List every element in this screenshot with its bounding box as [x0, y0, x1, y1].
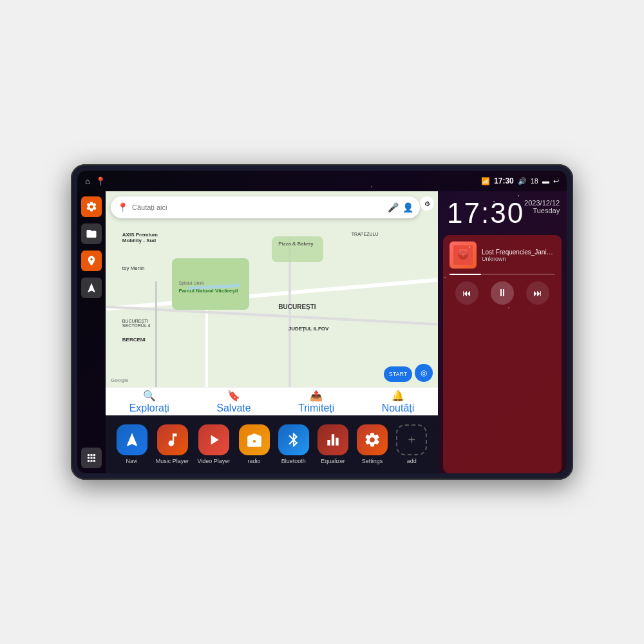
map-explore-button[interactable]: 🔍 Explorați: [129, 390, 169, 414]
music-pause-button[interactable]: ⏸: [491, 281, 514, 305]
map-container[interactable]: AXIS PremiumMobility - Sud Pizza & Baker…: [106, 191, 438, 415]
app-music-player[interactable]: Music Player: [156, 424, 189, 464]
map-navigate-button[interactable]: START: [384, 366, 412, 382]
map-label-berceni: BERCENI: [122, 337, 146, 343]
app-settings[interactable]: Settings: [357, 424, 388, 464]
map-label-axis: AXIS PremiumMobility - Sud: [122, 232, 158, 243]
app-radio[interactable]: radio: [239, 424, 270, 464]
bluetooth-icon: [278, 424, 309, 455]
screen: ⌂ 📍 📶 17:30 🔊 18 ▬ ↩: [77, 171, 567, 473]
music-progress-fill: [450, 274, 481, 275]
bluetooth-label: Bluetooth: [281, 458, 306, 464]
map-share-button[interactable]: 📤 Trimiteți: [298, 390, 334, 414]
map-label-parc: Parcul Natural Văcărești: [179, 288, 238, 294]
music-progress-bar[interactable]: [450, 274, 555, 275]
map-search-bar[interactable]: 📍 🎤 👤: [111, 196, 420, 218]
center-area: AXIS PremiumMobility - Sud Pizza & Baker…: [106, 191, 438, 473]
wifi-icon: 📶: [481, 177, 490, 185]
battery-icon: ▬: [542, 177, 549, 185]
app-equalizer[interactable]: Equalizer: [317, 424, 348, 464]
clock-widget: 17:30 2023/12/12 Tuesday: [438, 191, 567, 235]
map-settings-button[interactable]: ⚙: [420, 196, 434, 211]
clock-time: 17:30: [447, 199, 524, 227]
navi-label: Navi: [126, 458, 138, 464]
add-icon: +: [396, 424, 427, 455]
map-saved-button[interactable]: 🔖 Salvate: [216, 390, 251, 414]
music-album-art: [450, 242, 477, 269]
status-right-info: 📶 17:30 🔊 18 ▬ ↩: [481, 176, 559, 185]
music-text: Lost Frequencies_Janie... Unknown: [482, 249, 555, 262]
home-icon: ⌂: [85, 176, 90, 186]
music-player-icon: [157, 424, 188, 455]
app-bluetooth[interactable]: Bluetooth: [278, 424, 309, 464]
sidebar-files-button[interactable]: [81, 223, 102, 244]
app-video-player[interactable]: Video Player: [197, 424, 230, 464]
volume-icon: 🔊: [518, 177, 527, 185]
clock-date: 2023/12/12 Tuesday: [524, 199, 560, 214]
right-panel: 17:30 2023/12/12 Tuesday: [438, 191, 567, 473]
equalizer-label: Equalizer: [321, 458, 345, 464]
map-label-merlin: toy Merlin: [122, 265, 145, 271]
video-player-label: Video Player: [197, 458, 230, 464]
map-label-ilfov: JUDEȚUL ILFOV: [289, 326, 329, 332]
map-pin-icon: 📍: [95, 176, 106, 186]
status-time: 17:30: [494, 176, 514, 185]
map-news-button[interactable]: 🔔 Noutăți: [382, 390, 415, 414]
account-icon[interactable]: 👤: [402, 202, 413, 213]
music-prev-button[interactable]: ⏮: [455, 281, 478, 305]
status-left-icons: ⌂ 📍: [85, 176, 106, 186]
car-display: ⌂ 📍 📶 17:30 🔊 18 ▬ ↩: [71, 164, 573, 480]
main-content: AXIS PremiumMobility - Sud Pizza & Baker…: [77, 191, 567, 473]
app-add[interactable]: + add: [396, 424, 427, 464]
radio-icon: [239, 424, 270, 455]
music-next-button[interactable]: ⏭: [526, 281, 549, 305]
battery-level: 18: [531, 177, 538, 185]
music-artist: Unknown: [482, 256, 555, 262]
back-icon[interactable]: ↩: [553, 177, 559, 185]
settings-label: Settings: [362, 458, 383, 464]
map-label-pizza: Pizza & Bakery: [278, 241, 313, 247]
settings-icon: [357, 424, 388, 455]
status-bar: ⌂ 📍 📶 17:30 🔊 18 ▬ ↩: [77, 171, 567, 191]
google-logo: Google: [111, 377, 129, 383]
svg-rect-3: [459, 249, 467, 255]
sidebar-settings-button[interactable]: [81, 196, 102, 217]
google-maps-icon: 📍: [117, 202, 128, 213]
video-player-icon: [198, 424, 229, 455]
map-label-buc: BUCUREȘTI: [278, 303, 316, 310]
music-title: Lost Frequencies_Janie...: [482, 249, 555, 256]
map-label-splai: Splaiuł Unirii: [179, 281, 204, 285]
map-background: AXIS PremiumMobility - Sud Pizza & Baker…: [106, 191, 438, 415]
mic-icon[interactable]: 🎤: [388, 202, 399, 213]
equalizer-icon: [317, 424, 348, 455]
music-widget: Lost Frequencies_Janie... Unknown ⏮ ⏸ ⏭: [443, 235, 562, 473]
radio-label: radio: [248, 458, 261, 464]
map-search-input[interactable]: [132, 204, 384, 211]
music-player-label: Music Player: [156, 458, 189, 464]
map-label-sector: BUCUREȘTISECTORUL 4: [122, 319, 151, 328]
sidebar-navigate-button[interactable]: [81, 278, 102, 298]
app-navi[interactable]: Navi: [117, 424, 147, 464]
clock-date-day: Tuesday: [524, 207, 560, 214]
map-bottom-bar: 🔍 Explorați 🔖 Salvate 📤 Trimiteți �: [106, 387, 438, 415]
left-sidebar: [77, 191, 106, 473]
add-label: add: [407, 458, 417, 464]
sidebar-apps-button[interactable]: [81, 448, 102, 468]
navi-icon: [117, 424, 147, 455]
clock-date-year: 2023/12/12: [524, 199, 560, 207]
music-info: Lost Frequencies_Janie... Unknown: [450, 242, 555, 269]
map-location-fab[interactable]: ◎: [415, 364, 433, 382]
music-controls: ⏮ ⏸ ⏭: [450, 281, 555, 305]
app-dock: Navi Music Player Video Player: [106, 415, 438, 473]
sidebar-location-button[interactable]: [81, 251, 102, 271]
map-label-trap: TRAPEZULU: [352, 232, 379, 236]
